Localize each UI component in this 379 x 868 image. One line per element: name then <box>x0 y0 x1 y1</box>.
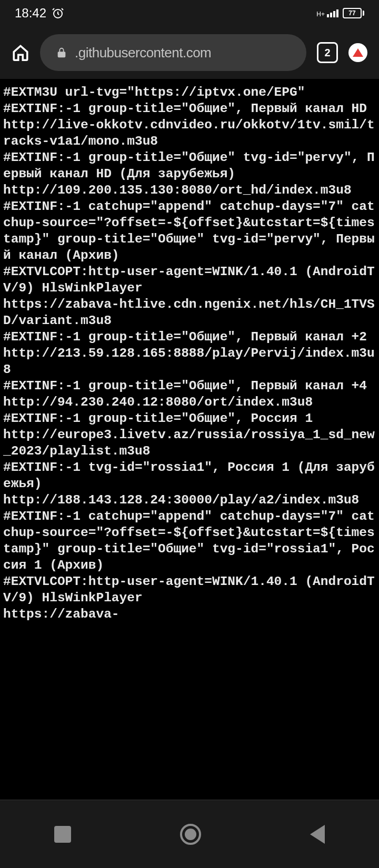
tabs-button[interactable]: 2 <box>317 42 338 63</box>
signal-icon <box>327 9 338 17</box>
alarm-icon <box>52 7 64 19</box>
network-label: H+ <box>316 11 325 17</box>
url-display: .githubusercontent.com <box>75 45 211 61</box>
home-button[interactable] <box>180 824 201 845</box>
back-button[interactable] <box>310 825 325 844</box>
status-left: 18:42 <box>15 6 64 21</box>
recent-apps-button[interactable] <box>54 826 71 843</box>
network-indicator: H+ <box>316 9 338 17</box>
system-nav-bar <box>0 800 379 868</box>
status-bar: 18:42 H+ 77 <box>0 0 379 26</box>
tabs-count: 2 <box>324 47 330 59</box>
battery-indicator: 77 <box>343 8 364 18</box>
menu-button[interactable] <box>348 43 367 62</box>
home-icon[interactable] <box>12 44 29 62</box>
clock-time: 18:42 <box>15 6 46 21</box>
battery-level: 77 <box>348 9 355 17</box>
browser-toolbar: .githubusercontent.com 2 <box>0 26 379 79</box>
page-content[interactable]: #EXTM3U url-tvg="https://iptvx.one/EPG" … <box>0 79 379 784</box>
status-right: H+ 77 <box>316 8 364 18</box>
address-bar[interactable]: .githubusercontent.com <box>40 34 306 71</box>
up-arrow-icon <box>353 48 363 57</box>
lock-icon <box>56 47 67 58</box>
